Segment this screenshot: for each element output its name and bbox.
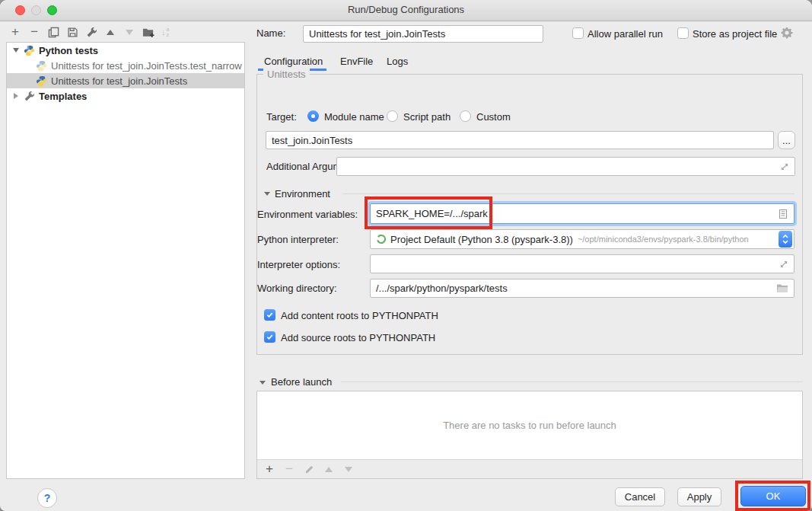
name-input[interactable] bbox=[303, 25, 543, 43]
working-directory-label: Working directory: bbox=[257, 283, 337, 294]
tree-item-python-tests[interactable]: Python tests bbox=[7, 43, 244, 58]
move-down-icon bbox=[123, 26, 135, 38]
browse-variables-icon[interactable] bbox=[778, 209, 788, 219]
copy-icon[interactable] bbox=[47, 26, 59, 38]
python-icon bbox=[24, 45, 35, 56]
window-title: Run/Debug Configurations bbox=[0, 0, 812, 20]
tree-item-templates[interactable]: Templates bbox=[7, 88, 244, 104]
tab-envfile[interactable]: EnvFile bbox=[340, 56, 373, 67]
section-divider bbox=[341, 382, 803, 382]
unittests-section-title: Unittests bbox=[263, 69, 310, 80]
folder-icon[interactable] bbox=[776, 283, 788, 293]
run-debug-configurations-dialog: Run/Debug Configurations + − ↓az Python … bbox=[0, 0, 812, 511]
cancel-button[interactable]: Cancel bbox=[615, 487, 665, 506]
working-directory-input[interactable]: /.../spark/python/pyspark/tests bbox=[370, 279, 794, 298]
add-task-icon[interactable]: + bbox=[263, 463, 275, 475]
expand-field-icon[interactable] bbox=[780, 162, 789, 171]
allow-parallel-run-label: Allow parallel run bbox=[588, 28, 663, 40]
tree-item-label: Templates bbox=[39, 91, 87, 102]
environment-variables-label: Environment variables: bbox=[257, 209, 358, 220]
environment-collapse-triangle[interactable] bbox=[264, 192, 270, 196]
target-label: Target: bbox=[266, 111, 297, 123]
target-module-input[interactable]: test_join.JoinTests bbox=[266, 131, 774, 149]
move-up-icon[interactable] bbox=[104, 26, 116, 38]
tree-item-unittests-test-narrow[interactable]: Unittests for test_join.JoinTests.test_n… bbox=[7, 58, 244, 73]
add-icon[interactable]: + bbox=[9, 26, 21, 38]
interpreter-options-input[interactable] bbox=[370, 254, 794, 273]
new-folder-icon[interactable] bbox=[142, 26, 154, 38]
add-content-roots-label: Add content roots to PYTHONPATH bbox=[281, 310, 438, 321]
before-launch-tasks-panel: There are no tasks to run before launch … bbox=[256, 391, 803, 479]
tree-item-label: Python tests bbox=[39, 45, 98, 56]
tab-configuration[interactable]: Configuration bbox=[264, 56, 323, 67]
radio-module-name-label: Module name bbox=[324, 111, 384, 123]
radio-custom[interactable] bbox=[460, 110, 471, 122]
target-module-value: test_join.JoinTests bbox=[272, 135, 352, 146]
radio-script-path[interactable] bbox=[387, 110, 398, 122]
apply-button[interactable]: Apply bbox=[677, 487, 721, 506]
before-launch-toolbar: + − bbox=[257, 459, 802, 478]
additional-arguments-input[interactable] bbox=[336, 157, 795, 176]
collapsed-triangle-icon[interactable] bbox=[14, 93, 18, 99]
edit-templates-wrench-icon[interactable] bbox=[85, 26, 97, 38]
radio-script-path-label: Script path bbox=[403, 111, 451, 123]
no-tasks-message: There are no tasks to run before launch bbox=[257, 391, 802, 459]
python-interpreter-label: Python interpreter: bbox=[257, 234, 339, 245]
tree-item-label: Unittests for test_join.JoinTests.test_n… bbox=[51, 60, 242, 72]
configurations-toolbar: + − ↓az bbox=[9, 25, 169, 39]
environment-variables-value: SPARK_HOME=/.../spark bbox=[376, 208, 488, 219]
move-task-down-icon bbox=[342, 463, 355, 475]
radio-custom-label: Custom bbox=[476, 111, 511, 123]
gear-icon[interactable] bbox=[781, 27, 793, 42]
radio-module-name[interactable] bbox=[307, 110, 319, 122]
browse-button[interactable]: ... bbox=[778, 131, 795, 149]
python-interpreter-path: ~/opt/miniconda3/envs/pyspark-3.8/bin/py… bbox=[578, 235, 749, 244]
add-source-roots-checkbox[interactable] bbox=[264, 331, 275, 343]
name-label: Name: bbox=[256, 27, 285, 39]
section-divider bbox=[342, 193, 794, 194]
dropdown-stepper-icon[interactable] bbox=[779, 231, 792, 248]
wrench-icon bbox=[24, 91, 35, 102]
edit-task-icon bbox=[303, 463, 315, 475]
before-launch-collapse-triangle[interactable] bbox=[260, 381, 266, 385]
before-launch-section-title: Before launch bbox=[271, 376, 332, 388]
environment-section-title: Environment bbox=[275, 188, 330, 200]
working-directory-value: /.../spark/python/pyspark/tests bbox=[376, 283, 508, 294]
add-source-roots-label: Add source roots to PYTHONPATH bbox=[281, 332, 435, 343]
check-icon bbox=[266, 311, 274, 319]
add-content-roots-checkbox[interactable] bbox=[264, 309, 275, 321]
store-as-project-file-label: Store as project file bbox=[693, 28, 777, 40]
interpreter-options-label: Interpreter options: bbox=[257, 259, 340, 270]
configurations-tree: Python tests Unittests for test_join.Joi… bbox=[6, 42, 245, 479]
python-test-icon bbox=[36, 60, 47, 72]
allow-parallel-run-checkbox[interactable] bbox=[572, 27, 584, 39]
python-interpreter-select[interactable]: Project Default (Python 3.8 (pyspark-3.8… bbox=[370, 229, 794, 249]
sort-alphabetically-icon: ↓az bbox=[161, 27, 169, 37]
check-icon bbox=[266, 333, 274, 341]
tab-logs[interactable]: Logs bbox=[387, 56, 408, 67]
expanded-triangle-icon[interactable] bbox=[13, 48, 19, 53]
conda-environment-icon bbox=[376, 234, 387, 244]
environment-variables-input[interactable]: SPARK_HOME=/.../spark bbox=[370, 203, 794, 224]
store-as-project-file-checkbox[interactable] bbox=[677, 27, 689, 39]
remove-task-icon: − bbox=[283, 463, 295, 475]
save-icon[interactable] bbox=[66, 26, 78, 38]
python-interpreter-value: Project Default (Python 3.8 (pyspark-3.8… bbox=[390, 234, 573, 245]
tree-item-label: Unittests for test_join.JoinTests bbox=[51, 75, 187, 87]
move-task-up-icon bbox=[323, 463, 335, 475]
ok-button[interactable]: OK bbox=[740, 486, 806, 506]
tree-item-unittests-jointests-selected[interactable]: Unittests for test_join.JoinTests bbox=[7, 73, 244, 88]
remove-icon[interactable]: − bbox=[28, 26, 40, 38]
python-test-icon bbox=[36, 75, 47, 87]
expand-field-icon[interactable] bbox=[779, 260, 788, 269]
help-button[interactable]: ? bbox=[37, 488, 57, 508]
